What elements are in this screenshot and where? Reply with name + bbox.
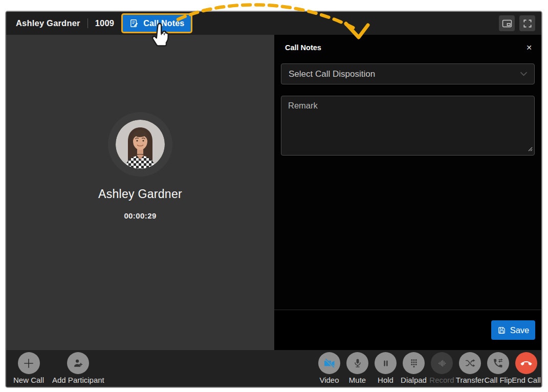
call-notes-panel-footer: Save bbox=[274, 310, 541, 350]
remark-input[interactable] bbox=[281, 96, 535, 156]
call-stage: Ashley Gardner 00:00:29 bbox=[6, 35, 274, 350]
transfer-label: Transfer bbox=[456, 376, 484, 384]
header-caller-name: Ashley Gardner bbox=[16, 18, 80, 28]
call-notes-button[interactable]: Call Notes bbox=[123, 15, 191, 32]
picture-in-picture-button[interactable] bbox=[499, 15, 515, 31]
softphone-call-window: Ashley Gardner 1009 Call Notes bbox=[5, 11, 542, 388]
microphone-icon bbox=[346, 352, 368, 374]
fullscreen-icon bbox=[522, 18, 533, 29]
record-label: Record bbox=[429, 376, 454, 384]
pause-icon bbox=[375, 352, 397, 374]
person-add-icon bbox=[67, 352, 89, 374]
end-call-icon bbox=[515, 352, 537, 374]
video-label: Video bbox=[319, 376, 339, 384]
fullscreen-button[interactable] bbox=[519, 15, 535, 31]
save-button[interactable]: Save bbox=[491, 320, 535, 340]
dialpad-label: Dialpad bbox=[401, 376, 427, 384]
picture-in-picture-icon bbox=[501, 18, 513, 29]
new-call-button[interactable]: New Call bbox=[13, 350, 44, 384]
call-header-bar: Ashley Gardner 1009 Call Notes bbox=[6, 12, 541, 35]
note-edit-icon bbox=[129, 18, 139, 28]
stage-caller-name: Ashley Gardner bbox=[98, 187, 182, 201]
waveform-icon bbox=[431, 352, 453, 374]
call-content: Ashley Gardner 00:00:29 Call Notes ✕ Sel… bbox=[6, 35, 541, 350]
call-disposition-placeholder: Select Call Disposition bbox=[289, 69, 520, 79]
hold-button[interactable]: Hold bbox=[371, 350, 400, 384]
call-notes-panel-title: Call Notes bbox=[285, 43, 321, 52]
header-extension: 1009 bbox=[95, 18, 115, 28]
caller-avatar bbox=[116, 120, 165, 169]
call-timer: 00:00:29 bbox=[124, 211, 156, 220]
end-call-button[interactable]: End Call bbox=[512, 350, 540, 384]
phone-flip-icon bbox=[487, 352, 509, 374]
video-off-icon bbox=[318, 352, 340, 374]
call-notes-panel: Call Notes ✕ Select Call Disposition bbox=[274, 35, 541, 350]
call-disposition-select[interactable]: Select Call Disposition bbox=[281, 63, 535, 84]
call-flip-button[interactable]: Call Flip bbox=[484, 350, 512, 384]
hold-label: Hold bbox=[378, 376, 393, 384]
new-call-label: New Call bbox=[13, 376, 44, 384]
save-button-label: Save bbox=[510, 325, 530, 335]
toolbar-right-group: Video Mute bbox=[315, 350, 541, 384]
call-notes-button-label: Call Notes bbox=[143, 19, 184, 28]
dialpad-icon bbox=[403, 352, 425, 374]
mute-label: Mute bbox=[349, 376, 366, 384]
call-flip-label: Call Flip bbox=[484, 376, 512, 384]
call-control-bar: New Call Add Participant bbox=[6, 350, 541, 387]
header-divider bbox=[87, 18, 88, 28]
call-notes-panel-header: Call Notes ✕ bbox=[274, 35, 541, 52]
end-call-label: End Call bbox=[512, 376, 541, 384]
transfer-button[interactable]: Transfer bbox=[456, 350, 484, 384]
video-button[interactable]: Video bbox=[315, 350, 343, 384]
dialpad-button[interactable]: Dialpad bbox=[400, 350, 428, 384]
shuffle-icon bbox=[459, 352, 481, 374]
close-icon[interactable]: ✕ bbox=[526, 44, 532, 51]
remark-field-wrap bbox=[281, 96, 535, 156]
chevron-down-icon bbox=[520, 72, 528, 76]
plus-icon bbox=[18, 352, 40, 374]
mute-button[interactable]: Mute bbox=[343, 350, 371, 384]
record-button[interactable]: Record bbox=[428, 350, 456, 384]
add-participant-label: Add Participant bbox=[52, 376, 104, 384]
toolbar-left-group: New Call Add Participant bbox=[6, 350, 104, 384]
save-floppy-icon bbox=[497, 326, 506, 335]
add-participant-button[interactable]: Add Participant bbox=[52, 350, 104, 384]
